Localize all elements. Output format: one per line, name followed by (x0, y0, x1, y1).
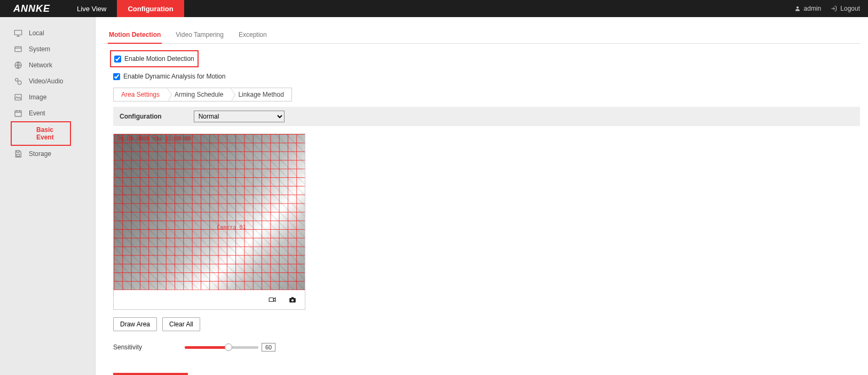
clear-all-button[interactable]: Clear All (162, 317, 200, 331)
save-icon (14, 150, 22, 158)
monitor-icon (14, 29, 22, 37)
sidebar-item-basic-event[interactable]: Basic Event (12, 122, 70, 145)
calendar-icon (14, 109, 22, 118)
sidebar-item-storage[interactable]: Storage (0, 146, 95, 162)
sidebar-item-image[interactable]: Image (0, 89, 95, 105)
button-row: Draw Area Clear All (113, 317, 860, 331)
header-right: admin Logout (794, 5, 860, 12)
sidebar-sub-highlight: Basic Event (11, 121, 71, 146)
slider-thumb[interactable] (225, 343, 232, 351)
nav-configuration[interactable]: Configuration (117, 0, 184, 17)
svg-rect-7 (15, 111, 21, 116)
checkbox-row-enable-dynamic: Enable Dynamic Analysis for Motion (113, 71, 860, 82)
configuration-select[interactable]: Normal (194, 111, 285, 122)
arrow-tab-linkage-method[interactable]: Linkage Method (231, 88, 291, 101)
sidebar-item-network[interactable]: Network (0, 57, 95, 73)
save-button[interactable]: Save (113, 373, 188, 375)
nav-live-view[interactable]: Live View (66, 0, 117, 17)
sidebar-label: System (29, 45, 50, 53)
checkbox-enable-motion[interactable] (114, 56, 121, 62)
arrow-tab-area-settings[interactable]: Area Settings (114, 88, 167, 101)
record-icon[interactable] (267, 296, 277, 303)
video-feed[interactable]: 12-10-2020 Thu 11:30:00 Camera 01 (114, 134, 305, 290)
video-panel: 12-10-2020 Thu 11:30:00 Camera 01 (113, 134, 305, 310)
svg-point-4 (15, 79, 18, 81)
svg-point-0 (796, 6, 799, 9)
configuration-row: Configuration Normal (113, 107, 860, 126)
logout-label: Logout (840, 5, 860, 12)
top-header: ANNKE Live View Configuration admin Logo… (0, 0, 868, 17)
sensitivity-label: Sensitivity (113, 343, 142, 351)
tab-exception[interactable]: Exception (238, 27, 268, 43)
logout-block[interactable]: Logout (831, 5, 860, 12)
svg-point-10 (291, 299, 294, 301)
configuration-label: Configuration (120, 113, 162, 120)
logo: ANNKE (8, 3, 66, 14)
sidebar-label: Video/Audio (29, 77, 64, 85)
sidebar-label: Image (29, 93, 46, 101)
checkbox-enable-dynamic[interactable] (113, 73, 120, 80)
layout: Local System Network Video/Audio Image E… (0, 17, 868, 375)
logout-icon (831, 5, 837, 12)
sensitivity-row: Sensitivity 60 (113, 343, 860, 351)
av-icon (14, 77, 22, 85)
tab-video-tampering[interactable]: Video Tampering (175, 27, 225, 43)
header-left: ANNKE Live View Configuration (8, 0, 184, 17)
sensitivity-control: 60 (185, 343, 275, 351)
svg-point-5 (18, 81, 21, 84)
content: Motion Detection Video Tampering Excepti… (96, 17, 868, 375)
snapshot-icon[interactable] (288, 296, 297, 303)
form-area: Enable Motion Detection Enable Dynamic A… (104, 44, 860, 375)
arrow-tab-arming-schedule[interactable]: Arming Schedule (167, 88, 231, 101)
sidebar-label: Event (29, 110, 45, 117)
checkbox-label: Enable Motion Detection (124, 55, 194, 62)
sidebar-item-local[interactable]: Local (0, 25, 95, 41)
svg-rect-9 (269, 298, 273, 302)
highlight-enable-motion: Enable Motion Detection (110, 50, 199, 67)
sidebar-item-event[interactable]: Event (0, 105, 95, 121)
checkbox-label: Enable Dynamic Analysis for Motion (123, 73, 225, 80)
sidebar-item-video-audio[interactable]: Video/Audio (0, 73, 95, 89)
tab-motion-detection[interactable]: Motion Detection (108, 27, 162, 44)
sidebar-label: Network (29, 61, 52, 69)
image-icon (14, 93, 22, 101)
user-block[interactable]: admin (794, 5, 822, 12)
draw-area-button[interactable]: Draw Area (113, 317, 157, 331)
svg-rect-1 (14, 30, 21, 35)
system-icon (14, 45, 22, 53)
svg-rect-8 (17, 154, 19, 157)
sidebar-label: Local (29, 29, 44, 37)
sensitivity-value[interactable]: 60 (262, 343, 275, 351)
event-subtabs: Motion Detection Video Tampering Excepti… (104, 27, 860, 44)
arrow-tabs: Area Settings Arming Schedule Linkage Me… (113, 88, 292, 101)
user-label: admin (804, 5, 822, 12)
video-controls (114, 290, 305, 309)
sidebar-label: Storage (29, 150, 51, 158)
svg-rect-2 (15, 46, 21, 51)
sidebar: Local System Network Video/Audio Image E… (0, 17, 96, 375)
sensitivity-slider[interactable] (185, 346, 258, 349)
checkbox-row-enable-motion: Enable Motion Detection (114, 53, 194, 65)
globe-icon (14, 61, 22, 69)
user-icon (794, 5, 801, 12)
motion-grid-overlay (114, 134, 305, 290)
sidebar-item-system[interactable]: System (0, 41, 95, 57)
